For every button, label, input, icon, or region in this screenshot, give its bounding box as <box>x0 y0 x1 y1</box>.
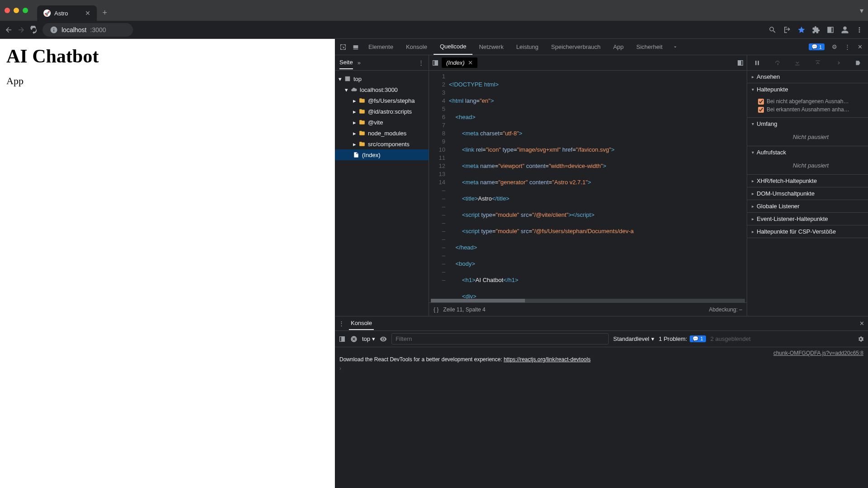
clear-console-icon[interactable] <box>350 335 358 343</box>
address-bar: localhost:3000 <box>0 21 868 39</box>
section-xhr[interactable]: XHR/fetch-Haltepunkte <box>747 175 868 187</box>
devtools-close-icon[interactable]: ✕ <box>854 43 866 50</box>
browser-titlebar: 🚀 Astro ✕ + ▾ <box>0 0 868 21</box>
pretty-print-icon[interactable]: { } <box>434 306 439 313</box>
section-global[interactable]: Globale Listener <box>747 200 868 212</box>
live-expression-icon[interactable] <box>380 335 387 343</box>
minimize-window-icon[interactable] <box>14 8 19 13</box>
new-tab-button[interactable]: + <box>102 8 107 18</box>
bp-uncaught[interactable]: Bei nicht abgefangenen Ausnah… <box>758 97 863 105</box>
back-icon[interactable] <box>5 26 13 34</box>
site-info-icon[interactable] <box>50 26 58 34</box>
console-link[interactable]: https://reactjs.org/link/react-devtools <box>504 356 591 363</box>
step-out-icon[interactable] <box>814 59 821 67</box>
console-settings-icon[interactable] <box>857 335 864 343</box>
bp-caught[interactable]: Bei erkannten Ausnahmen anha… <box>758 105 863 114</box>
toggle-navigator-icon[interactable] <box>432 59 439 67</box>
issues-badge[interactable]: 💬 1 <box>809 43 825 50</box>
drawer-menu-icon[interactable]: ⋮ <box>339 320 344 327</box>
sidepanel-icon[interactable] <box>826 26 835 34</box>
url-host: localhost <box>62 26 86 33</box>
console-message: Download the React DevTools for a better… <box>339 356 863 363</box>
console-filter-input[interactable] <box>391 333 609 344</box>
section-dom[interactable]: DOM-Umschaltpunkte <box>747 187 868 200</box>
tab-favicon-icon: 🚀 <box>43 10 51 17</box>
step-into-icon[interactable] <box>794 59 801 67</box>
context-selector[interactable]: top ▾ <box>362 335 375 342</box>
tab-close-icon[interactable]: ✕ <box>85 10 91 17</box>
tree-file-index[interactable]: (Index) <box>335 149 429 160</box>
chevron-down-icon[interactable]: ▾ <box>860 6 863 15</box>
console-sidebar-icon[interactable] <box>339 335 346 343</box>
tab-netzwerk[interactable]: Netzwerk <box>472 39 510 55</box>
open-file-tab[interactable]: (Index)✕ <box>442 57 477 68</box>
deactivate-breakpoints-icon[interactable] <box>854 59 862 67</box>
profile-icon[interactable] <box>841 26 849 34</box>
line-gutter: 1234567891011121314–––––––––––– <box>429 71 449 299</box>
cursor-position: Zeile 11, Spalte 4 <box>443 306 485 313</box>
tab-sicherheit[interactable]: Sicherheit <box>630 39 669 55</box>
drawer-close-icon[interactable]: ✕ <box>859 320 864 327</box>
maximize-window-icon[interactable] <box>23 8 28 13</box>
url-input[interactable]: localhost:3000 <box>43 23 133 37</box>
inspect-icon[interactable] <box>339 43 347 51</box>
devtools-tabbar: Elemente Konsole Quellcode Netzwerk Leis… <box>335 39 868 55</box>
close-file-icon[interactable]: ✕ <box>468 59 473 66</box>
window-controls <box>5 8 28 13</box>
hidden-count[interactable]: 2 ausgeblendet <box>711 335 751 342</box>
navigator-menu-icon[interactable]: ⋮ <box>418 59 424 66</box>
tab-app[interactable]: App <box>607 39 630 55</box>
code-content[interactable]: <!DOCTYPE html> <html lang="en"> <head> … <box>449 71 747 299</box>
section-callstack[interactable]: Aufrufstack <box>747 146 868 158</box>
rendered-page: AI Chatbot App <box>0 39 335 488</box>
tree-folder[interactable]: ▸ @fs/Users/stepha <box>335 95 429 106</box>
section-scope[interactable]: Umfang <box>747 118 868 130</box>
drawer-tab-konsole[interactable]: Konsole <box>349 317 374 330</box>
section-csp[interactable]: Haltepunkte für CSP-Verstöße <box>747 225 868 238</box>
tab-speicher[interactable]: Speicherverbrauch <box>545 39 607 55</box>
tab-konsole[interactable]: Konsole <box>400 39 434 55</box>
tab-title: Astro <box>54 10 68 17</box>
navigator-tab-page[interactable]: Seite <box>339 56 353 69</box>
tab-elemente[interactable]: Elemente <box>362 39 400 55</box>
tree-folder[interactable]: ▸ node_modules <box>335 128 429 139</box>
tree-top[interactable]: ▾ top <box>335 73 429 84</box>
search-icon[interactable] <box>768 26 777 34</box>
horizontal-scrollbar[interactable] <box>431 299 745 302</box>
forward-icon <box>17 26 25 34</box>
settings-gear-icon[interactable]: ⚙ <box>828 43 841 50</box>
step-over-icon[interactable] <box>774 59 781 67</box>
sources-navigator: Seite » ⋮ ▾ top ▾ localhost:3000 ▸ @fs/U… <box>335 55 429 316</box>
callstack-not-paused: Nicht pausiert <box>758 160 863 171</box>
menu-dots-icon[interactable] <box>855 26 863 34</box>
tree-folder[interactable]: ▸ @vite <box>335 117 429 128</box>
section-breakpoints[interactable]: Haltepunkte <box>747 83 868 96</box>
problems-indicator[interactable]: 1 Problem:💬 1 <box>659 335 706 342</box>
device-icon[interactable] <box>352 43 359 51</box>
share-icon[interactable] <box>783 26 791 34</box>
pause-icon[interactable] <box>754 59 761 67</box>
more-tabs-icon[interactable] <box>672 43 679 51</box>
toggle-sidebar-icon[interactable] <box>737 59 744 67</box>
tree-folder[interactable]: ▸ src/components <box>335 139 429 149</box>
tab-leistung[interactable]: Leistung <box>510 39 545 55</box>
log-level-selector[interactable]: Standardlevel ▾ <box>613 335 654 342</box>
browser-tab[interactable]: 🚀 Astro ✕ <box>37 5 97 21</box>
navigator-more-icon[interactable]: » <box>358 59 361 66</box>
section-watch[interactable]: Ansehen <box>747 71 868 83</box>
console-prompt[interactable]: › <box>339 365 863 372</box>
devtools-menu-icon[interactable]: ⋮ <box>841 43 854 50</box>
page-subtext: App <box>6 75 329 87</box>
editor-statusbar: { } Zeile 11, Spalte 4 Abdeckung: – <box>429 302 747 316</box>
tab-quellcode[interactable]: Quellcode <box>434 39 473 55</box>
section-event[interactable]: Event-Listener-Haltepunkte <box>747 213 868 225</box>
tree-folder[interactable]: ▸ @id/astro:scripts <box>335 106 429 117</box>
tree-host[interactable]: ▾ localhost:3000 <box>335 84 429 95</box>
extensions-icon[interactable] <box>812 26 820 34</box>
devtools-panel: Elemente Konsole Quellcode Netzwerk Leis… <box>335 39 868 488</box>
console-source-link[interactable]: chunk-OMFGQDFA.js?v=add20c65:8 <box>339 350 863 356</box>
close-window-icon[interactable] <box>5 8 10 13</box>
bookmark-star-icon[interactable] <box>797 26 806 34</box>
reload-icon[interactable] <box>30 26 38 34</box>
step-icon[interactable] <box>834 59 841 67</box>
